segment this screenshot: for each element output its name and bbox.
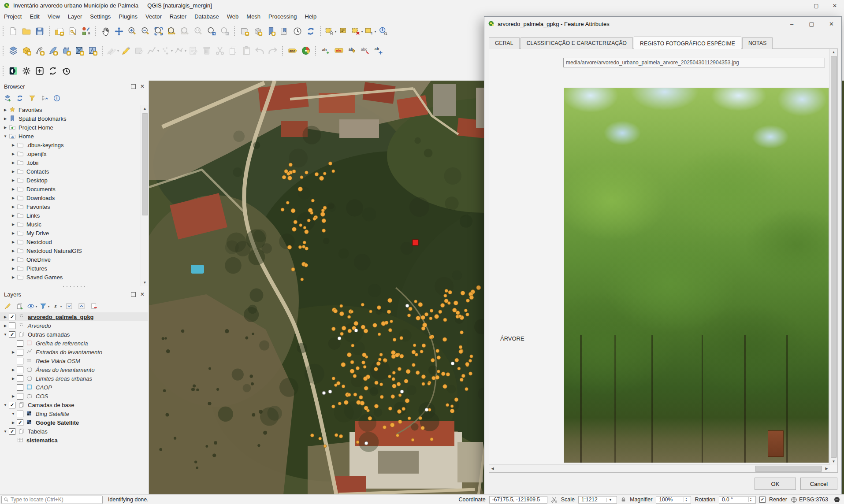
- scroll-thumb[interactable]: [142, 113, 148, 215]
- layer-row-bing-satellite[interactable]: ▼Bing Satellite: [0, 409, 148, 418]
- add-group-button[interactable]: [14, 301, 26, 311]
- layer-visibility-checkbox[interactable]: [17, 384, 23, 391]
- scroll-left-icon[interactable]: ◀: [489, 465, 496, 472]
- expand-arrow-icon[interactable]: ▼: [2, 333, 9, 337]
- mergin-create-project-button[interactable]: [33, 65, 46, 77]
- chevron-down-icon[interactable]: ▾: [374, 30, 376, 33]
- label-options-button[interactable]: ab: [320, 44, 332, 57]
- add-selected-layers-button[interactable]: [2, 93, 13, 104]
- layer-visibility-checkbox[interactable]: [17, 367, 23, 373]
- new-geopackage-layer-button[interactable]: [20, 44, 33, 57]
- browser-item-contacts[interactable]: ▶Contacts: [0, 167, 141, 176]
- menu-project[interactable]: Project: [0, 12, 26, 21]
- layer-diagram-button[interactable]: [300, 44, 312, 57]
- magnifier-spinbox[interactable]: 100%▲▼: [656, 496, 691, 504]
- zoom-last-button[interactable]: [205, 25, 218, 37]
- filter-by-expression-button[interactable]: ε▾: [51, 301, 63, 311]
- expand-arrow-icon[interactable]: ▶: [10, 258, 17, 262]
- temporal-controller-button[interactable]: [291, 25, 304, 37]
- scroll-right-icon[interactable]: ▶: [823, 465, 830, 472]
- tab-registo-fotogr-fico-esp-cime[interactable]: REGISTO FOTOGRÁFICO ESPÉCIME: [634, 37, 741, 49]
- tab-notas[interactable]: NOTAS: [742, 37, 773, 49]
- expand-arrow-icon[interactable]: ▶: [2, 117, 9, 121]
- browser-item-pictures[interactable]: ▶Pictures: [0, 264, 141, 273]
- layer-row-tabelas[interactable]: ▼✓Tabelas: [0, 427, 148, 436]
- scroll-down-icon[interactable]: ▼: [830, 458, 837, 465]
- layer-row-arvoredo[interactable]: ▶Arvoredo: [0, 321, 148, 330]
- menu-database[interactable]: Database: [190, 12, 223, 21]
- highlight-labels-button[interactable]: abc: [359, 44, 372, 57]
- expand-arrow-icon[interactable]: ▶: [10, 421, 17, 425]
- menu-processing[interactable]: Processing: [264, 12, 301, 21]
- select-by-expression-button[interactable]: ε▾: [364, 25, 376, 37]
- expand-arrow-icon[interactable]: ▶: [10, 143, 17, 147]
- expand-arrow-icon[interactable]: ▶: [2, 315, 9, 319]
- menu-edit[interactable]: Edit: [26, 12, 43, 21]
- toolbar-grip[interactable]: [320, 26, 322, 37]
- dialog-vertical-scrollbar[interactable]: ▲ ▼: [829, 49, 837, 465]
- layer-visibility-checkbox[interactable]: [17, 340, 23, 347]
- expand-arrow-icon[interactable]: ▶: [2, 324, 9, 328]
- expand-arrow-icon[interactable]: ▶: [10, 178, 17, 182]
- expand-arrow-icon[interactable]: ▶: [10, 267, 17, 271]
- expand-arrow-icon[interactable]: ▶: [10, 196, 17, 200]
- layer-visibility-checkbox[interactable]: ✓: [9, 402, 15, 408]
- toolbar-grip[interactable]: [48, 26, 51, 37]
- identify-features-button[interactable]: i: [377, 25, 390, 37]
- chevron-down-icon[interactable]: ▾: [171, 49, 173, 53]
- label-rule-button[interactable]: abc: [333, 44, 345, 57]
- expand-arrow-icon[interactable]: ▶: [10, 240, 17, 244]
- chevron-down-icon[interactable]: ▼: [606, 498, 614, 502]
- expand-arrow-icon[interactable]: ▼: [2, 430, 9, 434]
- zoom-out-button[interactable]: [139, 25, 152, 37]
- layer-labeling-button[interactable]: abc: [286, 44, 299, 57]
- scroll-up-icon[interactable]: ▲: [141, 105, 149, 112]
- menu-help[interactable]: Help: [301, 12, 320, 21]
- browser-item-tobii[interactable]: ▶.tobii: [0, 158, 141, 167]
- browser-item-links[interactable]: ▶Links: [0, 211, 141, 220]
- open-project-button[interactable]: [20, 25, 33, 37]
- open-layer-styling-button[interactable]: [2, 301, 13, 311]
- tab-geral[interactable]: GERAL: [489, 37, 520, 49]
- browser-item-onedrive[interactable]: ▶OneDrive: [0, 255, 141, 264]
- layer-row-estradas-do-levantamento[interactable]: ▶Estradas do levantamento: [0, 348, 148, 356]
- layer-row-outras-camadas[interactable]: ▼✓Outras camadas: [0, 330, 148, 339]
- layer-row-camadas-de-base[interactable]: ▼✓Camadas de base: [0, 400, 148, 409]
- manage-visibility-button[interactable]: ▾: [26, 301, 38, 311]
- deselect-all-button[interactable]: ▾: [351, 25, 363, 37]
- expand-arrow-icon[interactable]: ▶: [2, 108, 9, 112]
- expand-arrow-icon[interactable]: ▶: [2, 126, 9, 130]
- layers-close-button[interactable]: ✕: [140, 292, 145, 296]
- scroll-thumb[interactable]: [831, 56, 837, 458]
- locator-search-input[interactable]: Type to locate (Ctrl+K): [1, 496, 103, 504]
- mergin-sync-button[interactable]: [47, 65, 59, 77]
- save-project-button[interactable]: [33, 25, 46, 37]
- scroll-up-icon[interactable]: ▲: [830, 49, 837, 56]
- new-map-view-button[interactable]: [238, 25, 251, 37]
- toggle-editing-button[interactable]: [120, 44, 132, 57]
- browser-item-dbus-keyrings[interactable]: ▶.dbus-keyrings: [0, 141, 141, 149]
- lock-scale-icon[interactable]: [621, 497, 626, 503]
- expand-arrow-icon[interactable]: ▶: [10, 170, 17, 174]
- layer-row-grelha-de-referencia[interactable]: Grelha de referencia: [0, 339, 148, 348]
- expand-arrow-icon[interactable]: ▶: [10, 214, 17, 218]
- scale-combobox[interactable]: 1:1212▼: [578, 496, 617, 504]
- browser-item-home[interactable]: ▼Home: [0, 132, 141, 141]
- layer-row-reas-do-levantamento[interactable]: ▶Áreas do levantamento: [0, 365, 148, 374]
- toolbar-grip[interactable]: [101, 45, 104, 56]
- toolbar-grip[interactable]: [2, 26, 4, 37]
- browser-item-my-drive[interactable]: ▶My Drive: [0, 229, 141, 237]
- chevron-down-icon[interactable]: ▾: [48, 304, 49, 308]
- chevron-down-icon[interactable]: ▾: [60, 304, 62, 308]
- layer-visibility-checkbox[interactable]: ✓: [9, 331, 15, 338]
- browser-scrollbar[interactable]: ▲ ▼: [141, 105, 149, 286]
- layer-row-cos[interactable]: ▶COS: [0, 392, 148, 400]
- remove-layer-button[interactable]: [88, 301, 100, 311]
- window-minimize-button[interactable]: –: [788, 0, 807, 11]
- new-virtual-layer-button[interactable]: [73, 44, 86, 57]
- layer-visibility-checkbox[interactable]: ✓: [9, 314, 15, 320]
- expand-arrow-icon[interactable]: ▶: [10, 161, 17, 165]
- spin-arrows-icon[interactable]: ▲▼: [684, 497, 688, 502]
- new-spatial-bookmark-button[interactable]: [265, 25, 277, 37]
- browser-item-favorites[interactable]: ▶Favorites: [0, 105, 141, 114]
